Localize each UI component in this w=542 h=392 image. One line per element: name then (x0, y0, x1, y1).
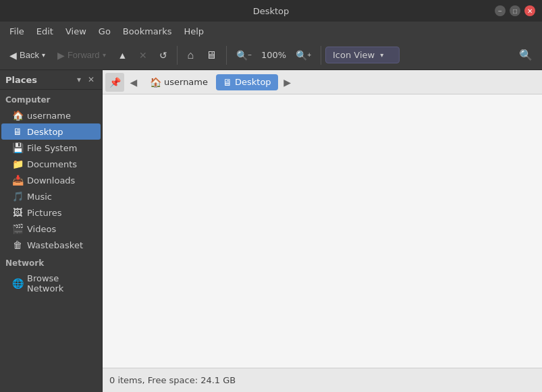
left-arrow-icon: ◀ (130, 77, 138, 88)
back-dropdown-icon: ▾ (42, 51, 45, 59)
toolbar-separator-2 (226, 46, 227, 65)
pathbar-crumb-desktop[interactable]: 🖥 Desktop (216, 74, 278, 90)
sidebar-item-username[interactable]: 🏠 username (1, 107, 101, 123)
right-arrow-icon: ▶ (283, 77, 291, 88)
documents-icon: 📁 (12, 159, 23, 169)
home-button[interactable]: ⌂ (182, 45, 199, 66)
refresh-button[interactable]: ↺ (154, 45, 173, 66)
up-icon: ▲ (118, 50, 128, 61)
toolbar-separator-1 (177, 46, 178, 65)
toolbar-separator-3 (321, 46, 321, 65)
maximize-button[interactable]: □ (510, 5, 520, 16)
crumb-desktop-icon: 🖥 (223, 77, 232, 88)
status-text: 0 items, Free space: 24.1 GB (109, 375, 236, 385)
menu-bookmarks[interactable]: Bookmarks (117, 24, 178, 38)
view-label: Icon View (333, 50, 375, 60)
section-label-computer: Computer (0, 90, 102, 107)
up-button[interactable]: ▲ (113, 45, 133, 66)
sidebar-item-videos[interactable]: 🎬 Videos (1, 221, 101, 237)
titlebar: Desktop − □ ✕ (0, 0, 542, 22)
computer-button[interactable]: 🖥 (200, 45, 222, 66)
sidebar-toggle-button[interactable]: ▾ (75, 74, 83, 85)
desktop-icon: 🖥 (12, 126, 23, 137)
crumb-label: Desktop (235, 77, 271, 87)
sidebar-item-wastebasket[interactable]: 🗑 Wastebasket (1, 237, 101, 253)
pathbar-crumb-username[interactable]: 🏠 username (143, 74, 215, 90)
sidebar-item-browse-network[interactable]: 🌐 Browse Network (1, 271, 101, 296)
close-button[interactable]: ✕ (524, 5, 535, 16)
zoom-in-button[interactable]: 🔍 + (290, 45, 317, 66)
sidebar-item-label: Documents (27, 159, 77, 169)
sidebar-item-desktop[interactable]: 🖥 Desktop (1, 123, 101, 140)
sidebar-item-label: Desktop (27, 127, 63, 137)
videos-icon: 🎬 (12, 223, 23, 234)
sidebar-item-label: Videos (27, 224, 56, 234)
section-label-network: Network (0, 253, 102, 271)
sidebar: Places ▾ ✕ Computer 🏠 username 🖥 Desktop… (0, 70, 103, 392)
menu-go[interactable]: Go (93, 24, 116, 38)
sidebar-header-title: Places (5, 75, 37, 85)
music-icon: 🎵 (12, 191, 23, 202)
sidebar-item-label: Wastebasket (27, 240, 83, 250)
computer-icon: 🖥 (206, 49, 217, 61)
back-label: Back (20, 50, 39, 60)
pathbar: 📌 ◀ 🏠 username 🖥 Desktop ▶ (103, 70, 542, 94)
zoom-out-minus: − (248, 51, 252, 59)
back-arrow-icon: ◀ (9, 50, 17, 61)
sidebar-item-documents[interactable]: 📁 Documents (1, 156, 101, 172)
pathbar-pin-button[interactable]: 📌 (105, 73, 124, 92)
zoom-out-icon: 🔍 (236, 50, 248, 61)
toolbar: ◀ Back ▾ ▶ Forward ▾ ▲ ✕ ↺ ⌂ 🖥 🔍 − 100% … (0, 40, 542, 70)
view-selector[interactable]: Icon View ▾ (325, 47, 400, 63)
crumb-home-icon: 🏠 (150, 77, 161, 88)
sidebar-item-pictures[interactable]: 🖼 Pictures (1, 204, 101, 221)
menubar: File Edit View Go Bookmarks Help (0, 22, 542, 40)
sidebar-item-filesystem[interactable]: 💾 File System (1, 140, 101, 156)
forward-label: Forward (67, 50, 100, 60)
downloads-icon: 📥 (12, 175, 23, 186)
zoom-in-plus: + (307, 51, 311, 59)
wastebasket-icon: 🗑 (12, 240, 23, 250)
stop-icon: ✕ (139, 50, 147, 61)
sidebar-item-label: Downloads (27, 175, 75, 186)
view-dropdown-icon: ▾ (380, 51, 383, 59)
forward-button[interactable]: ▶ Forward ▾ (52, 45, 111, 66)
zoom-out-button[interactable]: 🔍 − (231, 45, 257, 66)
menu-view[interactable]: View (60, 24, 92, 38)
sidebar-header: Places ▾ ✕ (0, 70, 102, 90)
pathbar-forward-button[interactable]: ▶ (279, 73, 296, 92)
sidebar-item-downloads[interactable]: 📥 Downloads (1, 172, 101, 188)
window-title: Desktop (47, 6, 495, 16)
stop-button[interactable]: ✕ (134, 45, 153, 66)
minimize-button[interactable]: − (495, 5, 506, 16)
back-button[interactable]: ◀ Back ▾ (4, 45, 51, 66)
pathbar-back-button[interactable]: ◀ (126, 73, 142, 92)
filesystem-icon: 💾 (12, 142, 23, 153)
menu-help[interactable]: Help (178, 24, 209, 38)
zoom-in-icon: 🔍 (296, 50, 307, 61)
search-icon: 🔍 (519, 49, 533, 61)
sidebar-item-label: Browse Network (27, 273, 95, 293)
pin-icon: 📌 (109, 77, 121, 88)
home-icon: ⌂ (187, 49, 194, 61)
window-controls: − □ ✕ (495, 5, 535, 16)
sidebar-item-label: Music (27, 192, 52, 202)
menu-file[interactable]: File (4, 24, 30, 38)
sidebar-item-label: username (27, 111, 71, 121)
refresh-icon: ↺ (159, 50, 167, 61)
main-layout: Places ▾ ✕ Computer 🏠 username 🖥 Desktop… (0, 70, 542, 392)
menu-edit[interactable]: Edit (31, 24, 59, 38)
sidebar-item-label: Pictures (27, 208, 61, 218)
sidebar-header-controls: ▾ ✕ (75, 74, 97, 85)
home-icon: 🏠 (12, 110, 23, 121)
pictures-icon: 🖼 (12, 207, 23, 218)
sidebar-close-button[interactable]: ✕ (86, 74, 97, 85)
content-area: 📌 ◀ 🏠 username 🖥 Desktop ▶ 0 items, Free… (103, 70, 542, 392)
sidebar-item-label: File System (27, 143, 77, 153)
statusbar: 0 items, Free space: 24.1 GB (103, 368, 542, 392)
file-area (103, 94, 542, 368)
forward-arrow-icon: ▶ (57, 50, 65, 61)
search-button[interactable]: 🔍 (514, 45, 538, 66)
crumb-label: username (164, 77, 208, 87)
sidebar-item-music[interactable]: 🎵 Music (1, 188, 101, 204)
